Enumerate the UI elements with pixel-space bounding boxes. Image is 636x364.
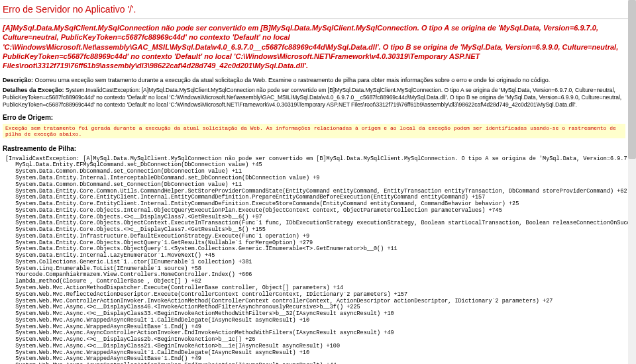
source-error-box: Exceção sem tratamento foi gerada durant… xyxy=(3,124,625,138)
description-label: Descrição: xyxy=(3,77,33,83)
stack-trace-box: [InvalidCastException: [A]MySql.Data.MyS… xyxy=(3,155,625,364)
scrollbar-thumb[interactable] xyxy=(628,0,636,159)
source-error-text: Exceção sem tratamento foi gerada durant… xyxy=(5,125,623,137)
exception-message: [A]MySql.Data.MySqlClient.MySqlConnectio… xyxy=(0,23,628,75)
exception-details-label: Detalhes da Exceção: xyxy=(3,87,64,93)
description-section: Descrição: Ocorreu uma exceção sem trata… xyxy=(0,75,628,85)
description-text: Ocorreu uma exceção sem tratamento duran… xyxy=(33,77,550,83)
stack-trace-header: Rastreamento de Pilha: xyxy=(0,141,628,154)
stack-trace-text: [InvalidCastException: [A]MySql.Data.MyS… xyxy=(5,156,623,364)
source-error-header: Erro de Origem: xyxy=(0,110,628,122)
exception-details-text: System.InvalidCastException: [A]MySql.Da… xyxy=(3,87,621,108)
exception-details-section: Detalhes da Exceção: System.InvalidCastE… xyxy=(0,85,628,109)
page-title: Erro de Servidor no Aplicativo '/'. xyxy=(0,0,628,17)
divider xyxy=(0,19,628,19)
scrollbar-track[interactable] xyxy=(628,0,636,364)
